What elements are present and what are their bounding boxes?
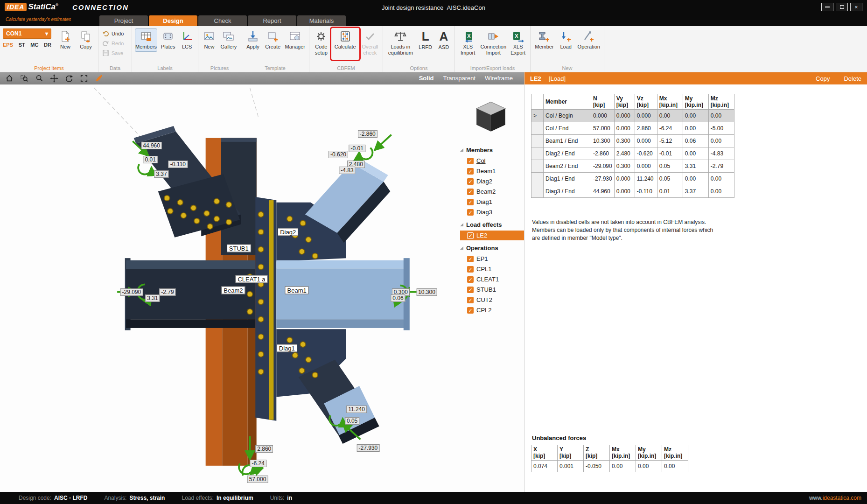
- undo-button[interactable]: Undo: [101, 29, 129, 37]
- labels-plates-button[interactable]: Plates: [159, 28, 177, 52]
- tree-section-load-effects[interactable]: Load effects: [460, 221, 525, 228]
- connection-import-button[interactable]: Connection Import: [480, 28, 507, 57]
- checkbox-checked-icon[interactable]: ✓: [467, 189, 474, 195]
- member-label-stub1[interactable]: STUB1: [227, 245, 251, 252]
- load-value-cell[interactable]: 0.00: [708, 173, 734, 185]
- template-apply-button[interactable]: Apply: [244, 28, 262, 52]
- load-value-cell[interactable]: -2.79: [708, 160, 734, 173]
- new-project-item-button[interactable]: New: [56, 28, 75, 52]
- checkbox-checked-icon[interactable]: ✓: [467, 276, 474, 283]
- load-value-cell[interactable]: 0.05: [657, 160, 683, 173]
- member-name-cell[interactable]: Diag2 / End: [544, 147, 591, 160]
- load-row-diag2-end[interactable]: Diag2 / End-2.8602.480-0.620-0.010.00-4.…: [531, 147, 734, 160]
- redo-button[interactable]: Redo: [101, 39, 129, 47]
- load-value-cell[interactable]: -5.00: [708, 122, 734, 135]
- tree-item-cleat1[interactable]: ✓CLEAT1: [460, 274, 525, 284]
- new-load-button[interactable]: Load: [557, 28, 575, 52]
- zoom-button[interactable]: [35, 74, 44, 83]
- tree-item-beam1[interactable]: ✓Beam1: [460, 166, 525, 176]
- load-value-cell[interactable]: 0.000: [635, 135, 657, 147]
- row-selector-cell[interactable]: [531, 160, 544, 173]
- calculate-button[interactable]: Calculate: [332, 28, 358, 52]
- load-row-beam2-end[interactable]: Beam2 / End-29.0900.3000.0000.053.31-2.7…: [531, 160, 734, 173]
- close-button[interactable]: ×: [850, 3, 862, 11]
- member-label-beam2[interactable]: Beam2: [221, 287, 245, 294]
- load-value-cell[interactable]: 10.300: [591, 135, 615, 147]
- checkbox-checked-icon[interactable]: ✓: [467, 168, 474, 175]
- load-value-cell[interactable]: 0.000: [614, 185, 635, 198]
- zoom-fit-button[interactable]: [79, 74, 89, 83]
- load-value-cell[interactable]: 2.480: [614, 147, 635, 160]
- rotate-button[interactable]: [64, 74, 74, 83]
- copy-project-item-button[interactable]: Copy: [77, 28, 95, 52]
- checkbox-checked-icon[interactable]: ✓: [467, 199, 474, 205]
- load-value-cell[interactable]: 0.00: [683, 122, 708, 135]
- member-label-diag2[interactable]: Diag2: [278, 228, 298, 236]
- load-value-cell[interactable]: 0.05: [657, 173, 683, 185]
- load-row-beam1-end[interactable]: Beam1 / End10.3000.3000.000-5.120.060.00: [531, 135, 734, 147]
- loads-in-equilibrium-button[interactable]: Loads in equilibrium: [386, 28, 415, 57]
- member-name-cell[interactable]: Diag1 / End: [544, 173, 591, 185]
- tree-item-cut2[interactable]: ✓CUT2: [460, 295, 525, 305]
- load-value-cell[interactable]: 0.00: [708, 135, 734, 147]
- view-mode-transparent[interactable]: Transparent: [443, 75, 475, 82]
- load-value-cell[interactable]: 3.37: [683, 185, 708, 198]
- load-value-cell[interactable]: -4.83: [708, 147, 734, 160]
- copy-load-button[interactable]: Copy: [816, 75, 830, 82]
- checkbox-checked-icon[interactable]: ✓: [467, 232, 474, 239]
- load-value-cell[interactable]: 2.860: [635, 122, 657, 135]
- load-value-cell[interactable]: 0.000: [614, 122, 635, 135]
- tree-item-cpl2[interactable]: ✓CPL2: [460, 305, 525, 315]
- load-value-cell[interactable]: 0.300: [614, 160, 635, 173]
- viewport-3d[interactable]: Solid Transparent Wireframe: [0, 72, 524, 492]
- view-mode-wireframe[interactable]: Wireframe: [485, 75, 513, 82]
- load-value-cell[interactable]: 0.300: [614, 135, 635, 147]
- xls-export-button[interactable]: X XLS Export: [509, 28, 527, 57]
- tree-item-ep1[interactable]: ✓EP1: [460, 254, 525, 264]
- labels-members-button[interactable]: Members: [135, 28, 157, 52]
- website-link[interactable]: www.ideastatica.com: [809, 495, 861, 501]
- pan-button[interactable]: [49, 74, 59, 83]
- load-row-col-end[interactable]: Col / End57.0000.0002.860-6.240.00-5.00: [531, 122, 734, 135]
- tab-report[interactable]: Report: [248, 15, 296, 26]
- member-name-cell[interactable]: Beam1 / End: [544, 135, 591, 147]
- paint-button[interactable]: [94, 74, 104, 83]
- load-value-cell[interactable]: 0.00: [683, 173, 708, 185]
- load-value-cell[interactable]: 0.000: [614, 173, 635, 185]
- tree-item-le2[interactable]: ✓LE2: [460, 231, 525, 240]
- tree-item-diag3[interactable]: ✓Diag3: [460, 207, 525, 217]
- load-value-cell[interactable]: 11.240: [635, 173, 657, 185]
- row-selector-cell[interactable]: [531, 135, 544, 147]
- maximize-button[interactable]: [836, 3, 848, 11]
- load-value-cell[interactable]: 0.00: [708, 185, 734, 198]
- save-button[interactable]: Save: [101, 49, 129, 57]
- member-name-cell[interactable]: Col / Begin: [544, 110, 591, 122]
- load-value-cell[interactable]: 0.00: [683, 110, 708, 122]
- mode-st[interactable]: ST: [19, 42, 25, 48]
- load-value-cell[interactable]: -0.01: [657, 147, 683, 160]
- template-manager-button[interactable]: Manager: [284, 28, 306, 52]
- lrfd-button[interactable]: L LRFD: [417, 28, 434, 52]
- new-member-button[interactable]: Member: [533, 28, 555, 52]
- row-selector-cell[interactable]: [531, 173, 544, 185]
- tab-project[interactable]: Project: [99, 15, 148, 26]
- load-value-cell[interactable]: -5.12: [657, 135, 683, 147]
- checkbox-checked-icon[interactable]: ✓: [467, 209, 474, 216]
- asd-button[interactable]: A ASD: [436, 28, 452, 52]
- picture-new-button[interactable]: New: [201, 28, 217, 52]
- checkbox-checked-icon[interactable]: ✓: [467, 178, 474, 185]
- tab-design[interactable]: Design: [149, 15, 197, 26]
- tree-section-members[interactable]: Members: [460, 147, 525, 154]
- member-label-cleat1-a[interactable]: CLEAT1 a: [235, 275, 267, 283]
- delete-load-button[interactable]: Delete: [844, 75, 861, 82]
- load-value-cell[interactable]: 3.31: [683, 160, 708, 173]
- load-value-cell[interactable]: -0.620: [635, 147, 657, 160]
- load-row-col-begin[interactable]: >Col / Begin0.0000.0000.0000.000.000.00: [531, 110, 734, 122]
- checkbox-checked-icon[interactable]: ✓: [467, 256, 474, 262]
- load-value-cell[interactable]: 0.000: [591, 110, 615, 122]
- member-name-cell[interactable]: Diag3 / End: [544, 185, 591, 198]
- tab-materials[interactable]: Materials: [297, 15, 346, 26]
- tree-item-beam2[interactable]: ✓Beam2: [460, 187, 525, 196]
- gallery-button[interactable]: Gallery: [219, 28, 238, 52]
- member-diag1[interactable]: [299, 360, 379, 444]
